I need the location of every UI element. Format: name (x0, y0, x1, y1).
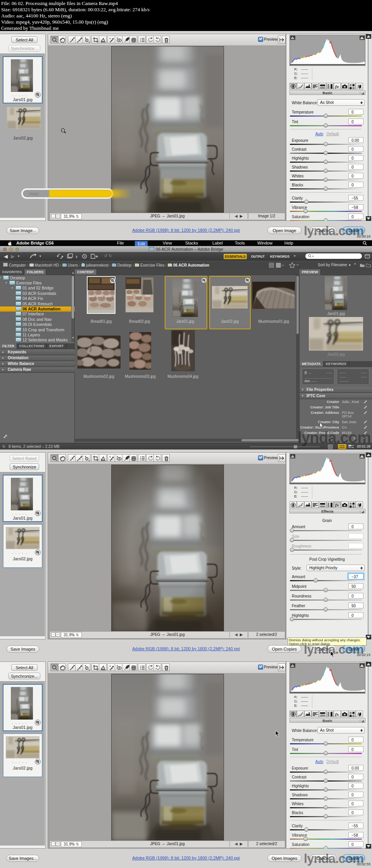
svg-text:fx: fx (335, 503, 339, 507)
svg-text:fx: fx (335, 712, 339, 716)
svg-text:fx: fx (335, 84, 339, 89)
